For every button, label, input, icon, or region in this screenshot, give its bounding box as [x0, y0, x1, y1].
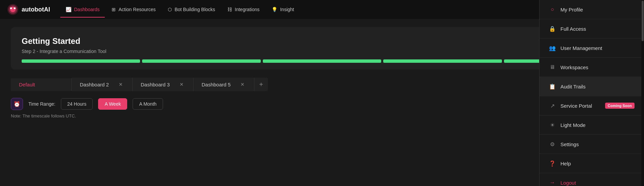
tab-dashboard-2[interactable]: Dashboard 2 ✕ [72, 78, 133, 91]
users-icon: 👥 [549, 45, 556, 51]
time-month-button[interactable]: A Month [133, 98, 163, 110]
cpu-icon: ⬡ [168, 7, 172, 12]
clock-icon: ⏰ [14, 101, 20, 107]
time-week-button[interactable]: A Week [98, 98, 127, 110]
tab-add-button[interactable]: + [254, 78, 268, 91]
logout-icon: → [549, 179, 556, 186]
tab-dashboard-2-close[interactable]: ✕ [117, 81, 124, 88]
portal-icon: ↗ [549, 102, 556, 109]
dropdown-service-portal[interactable]: ↗ Service Portal Coming Soon [539, 96, 644, 115]
dropdown-service-portal-label: Service Portal [560, 103, 600, 109]
dropdown-workspaces[interactable]: 🖥 Workspaces [539, 58, 644, 77]
tab-dashboard-5-label: Dashboard 5 [202, 82, 236, 87]
tab-default[interactable]: Default [11, 78, 72, 91]
scrollbar-thumb[interactable] [642, 1, 644, 41]
dropdown-settings[interactable]: ⚙ Settings [539, 135, 644, 154]
user-icon: ○ [549, 6, 556, 13]
progress-segment-3 [263, 59, 381, 63]
nav-items: 📈 Dashboards ⊞ Action Resources ⬡ Bot Bu… [60, 4, 543, 15]
nav-insight[interactable]: 💡 Insight [266, 4, 299, 15]
svg-point-3 [10, 7, 12, 9]
nav-action-resources[interactable]: ⊞ Action Resources [106, 4, 161, 15]
time-range-label: Time Range: [28, 101, 55, 107]
nav-integrations[interactable]: ⛓ Integrations [222, 4, 265, 15]
progress-segment-2 [142, 59, 260, 63]
sun-icon: ☀ [549, 122, 556, 128]
getting-started-step: Step 2 - Integrate a Communication Tool [22, 49, 622, 54]
tab-dashboard-3[interactable]: Dashboard 3 ✕ [133, 78, 193, 91]
grid-icon: ⊞ [112, 7, 116, 12]
nav-insight-label: Insight [280, 7, 294, 12]
dropdown-help-label: Help [560, 161, 635, 166]
dropdown-full-access-label: Full Access [560, 26, 635, 32]
time-range-icon[interactable]: ⏰ [11, 98, 23, 110]
coming-soon-badge: Coming Soon [605, 103, 635, 109]
tab-dashboard-3-close[interactable]: ✕ [178, 81, 185, 88]
monitor-icon: 🖥 [549, 64, 556, 71]
logo[interactable]: autobotAI [7, 3, 50, 16]
bulb-icon: 💡 [272, 7, 277, 12]
dropdown-audit-trails-label: Audit Trails [560, 84, 635, 89]
nav-dashboards-label: Dashboards [74, 7, 100, 12]
progress-bar [22, 59, 622, 63]
nav-bot-building-blocks-label: Bot Building Blocks [175, 7, 215, 12]
tab-default-label: Default [19, 82, 63, 87]
lock-icon: 🔒 [549, 25, 556, 32]
settings-icon: ⚙ [549, 141, 556, 148]
dropdown-logout[interactable]: → Logout [539, 173, 644, 186]
help-icon: ❓ [549, 160, 556, 167]
nav-dashboards[interactable]: 📈 Dashboards [60, 4, 105, 15]
link-icon: ⛓ [227, 7, 232, 12]
dropdown-menu: ○ My Profile 🔒 Full Access 👥 User Manage… [539, 0, 644, 186]
dropdown-settings-label: Settings [560, 141, 635, 147]
dropdown-help[interactable]: ❓ Help [539, 154, 644, 173]
app-name: autobotAI [22, 6, 50, 13]
dropdown-workspaces-label: Workspaces [560, 64, 635, 70]
logo-icon [7, 3, 19, 16]
file-icon: 📋 [549, 83, 556, 90]
tab-dashboard-2-label: Dashboard 2 [80, 82, 114, 87]
dropdown-audit-trails[interactable]: 📋 Audit Trails [539, 77, 644, 96]
nav-integrations-label: Integrations [235, 7, 259, 12]
progress-segment-4 [383, 59, 502, 63]
dropdown-user-management-label: User Management [560, 45, 635, 51]
dropdown-light-mode-label: Light Mode [560, 122, 635, 128]
getting-started-title: Getting Started [22, 36, 622, 46]
dropdown-full-access[interactable]: 🔒 Full Access [539, 19, 644, 38]
tab-dashboard-5[interactable]: Dashboard 5 ✕ [193, 78, 254, 91]
svg-point-4 [14, 7, 16, 9]
tab-dashboard-3-label: Dashboard 3 [141, 82, 175, 87]
progress-segment-1 [22, 59, 140, 63]
tab-dashboard-5-close[interactable]: ✕ [239, 81, 246, 88]
chart-icon: 📈 [66, 7, 71, 12]
dropdown-my-profile-label: My Profile [560, 7, 635, 12]
nav-action-resources-label: Action Resources [118, 7, 156, 12]
dropdown-my-profile[interactable]: ○ My Profile [539, 0, 644, 19]
scrollbar-track [641, 0, 644, 186]
time-24hours-button[interactable]: 24 Hours [61, 98, 93, 110]
nav-bot-building-blocks[interactable]: ⬡ Bot Building Blocks [162, 4, 221, 15]
dropdown-logout-label: Logout [560, 180, 635, 186]
dropdown-light-mode[interactable]: ☀ Light Mode [539, 115, 644, 135]
dropdown-user-management[interactable]: 👥 User Management [539, 38, 644, 58]
